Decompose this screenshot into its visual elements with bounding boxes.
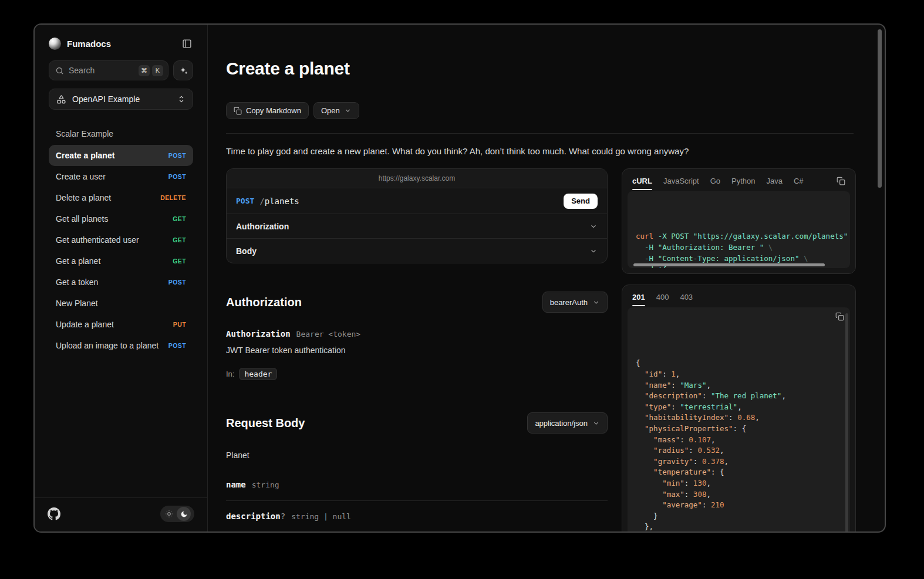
code-line: "temperature": {	[636, 467, 842, 478]
method-badge: GET	[173, 215, 186, 222]
response-code-block: { "id": 1, "name": "Mars", "description"…	[628, 307, 850, 531]
sidebar-item-label: Upload an image to a planet	[56, 341, 168, 350]
open-label: Open	[321, 106, 340, 115]
app-window: Fumadocs Search ⌘K	[33, 23, 886, 533]
method-badge: POST	[168, 342, 186, 349]
tab-400[interactable]: 400	[656, 293, 669, 302]
send-button[interactable]: Send	[564, 194, 598, 209]
field-name: description	[226, 512, 281, 521]
api-select[interactable]: OpenAPI Example	[49, 89, 193, 110]
tab-201[interactable]: 201	[632, 293, 645, 302]
panel-left-icon	[182, 39, 192, 49]
method-badge: GET	[173, 236, 186, 243]
tab-python[interactable]: Python	[731, 177, 755, 185]
kbd-: ⌘	[139, 65, 150, 76]
sidebar-item-label: Delete a planet	[56, 193, 160, 202]
fumadocs-logo	[49, 38, 61, 50]
sidebar-item-get-a-planet[interactable]: Get a planetGET	[49, 250, 193, 272]
sidebar: Fumadocs Search ⌘K	[35, 25, 208, 531]
sidebar-item-update-a-planet[interactable]: Update a planetPUT	[49, 314, 193, 335]
tab-javascript[interactable]: JavaScript	[663, 177, 699, 185]
kbd-k: K	[152, 65, 163, 76]
search-shortcut: ⌘K	[139, 65, 163, 76]
playground-body-row[interactable]: Body	[227, 238, 607, 263]
window-scrollbar[interactable]	[878, 29, 882, 188]
endpoint-description: Time to play god and create a new planet…	[226, 146, 854, 156]
search-input[interactable]: Search ⌘K	[49, 60, 168, 80]
api-select-label: OpenAPI Example	[72, 94, 171, 104]
chevron-down-icon	[589, 222, 598, 231]
copy-icon	[835, 312, 844, 321]
sidebar-item-create-a-user[interactable]: Create a userPOST	[49, 166, 193, 187]
code-line: "habitabilityIndex": 0.68,	[636, 412, 842, 424]
sidebar-item-delete-a-planet[interactable]: Delete a planetDELETE	[49, 187, 193, 208]
ai-search-button[interactable]	[173, 60, 193, 80]
authorization-section-header: Authorization bearerAuth	[226, 292, 608, 313]
tab-go[interactable]: Go	[710, 177, 720, 185]
copy-response-button[interactable]	[835, 312, 844, 321]
code-line: {	[636, 358, 842, 369]
chevron-down-icon	[344, 107, 352, 114]
sidebar-footer	[35, 497, 207, 523]
brand-title: Fumadocs	[67, 39, 175, 49]
code-line: "mass": 0.107,	[636, 435, 842, 446]
api-playground: https://galaxy.scalar.com POST /planets …	[226, 168, 608, 263]
code-line: "id": 1,	[636, 369, 842, 380]
sidebar-item-get-authenticated-user[interactable]: Get authenticated userGET	[49, 229, 193, 250]
sun-icon	[161, 510, 177, 518]
code-line: }	[636, 511, 842, 522]
sidebar-item-create-a-planet[interactable]: Create a planetPOST	[49, 145, 193, 166]
tab-java[interactable]: Java	[766, 177, 782, 185]
chevron-down-icon	[592, 419, 600, 427]
optional-marker: ?	[281, 512, 285, 521]
auth-field: Authorization Bearer <token>	[226, 329, 608, 338]
sidebar-nav-items: Create a planetPOSTCreate a userPOSTDele…	[49, 145, 193, 356]
sidebar-item-label: Get a token	[56, 277, 168, 287]
vertical-scrollbar[interactable]	[845, 313, 848, 531]
request-body-fields: namestringdescription?string | null	[226, 469, 608, 531]
copy-markdown-button[interactable]: Copy Markdown	[226, 102, 309, 119]
playground-body-label: Body	[236, 246, 257, 256]
auth-field-name: Authorization	[226, 329, 291, 338]
tab-curl[interactable]: cURL	[632, 177, 652, 185]
sidebar-item-label: Get all planets	[56, 214, 173, 224]
copy-code-button[interactable]	[837, 177, 845, 185]
content-type-select[interactable]: application/json	[527, 412, 608, 434]
field-name: namestring	[226, 469, 608, 500]
sidebar-header: Fumadocs	[49, 35, 193, 52]
authorization-heading: Authorization	[226, 296, 542, 309]
request-body-heading: Request Body	[226, 417, 527, 430]
field-name: name	[226, 480, 246, 489]
page-actions: Copy Markdown Open	[226, 102, 854, 119]
request-body-section-header: Request Body application/json	[226, 412, 608, 434]
sidebar-collapse-button[interactable]	[181, 38, 193, 50]
code-line: -H "Authorization: Bearer " \	[636, 242, 842, 253]
nav-section-label: Scalar Example	[49, 126, 193, 141]
horizontal-scrollbar[interactable]	[633, 263, 825, 266]
sidebar-item-label: Get a planet	[56, 256, 173, 266]
method-badge: GET	[173, 258, 186, 265]
chevrons-up-down-icon	[177, 95, 186, 103]
method-badge: DELETE	[160, 194, 186, 201]
sidebar-item-upload-an-image-to-a-planet[interactable]: Upload an image to a planetPOST	[49, 335, 193, 356]
github-link[interactable]	[48, 507, 60, 520]
auth-scheme-select[interactable]: bearerAuth	[542, 292, 608, 313]
sparkles-icon	[178, 66, 188, 76]
open-button[interactable]: Open	[313, 102, 359, 119]
response-panel: 201400403 { "id": 1, "name": "Mars", "de…	[622, 285, 856, 531]
tab-c[interactable]: C#	[794, 177, 804, 185]
sidebar-item-label: Create a user	[56, 172, 168, 181]
playground-authorization-row[interactable]: Authorization	[227, 214, 607, 238]
method-badge: POST	[168, 173, 186, 180]
theme-toggle[interactable]	[160, 506, 194, 522]
tab-403[interactable]: 403	[680, 293, 693, 302]
sidebar-nav: Scalar Example Create a planetPOSTCreate…	[49, 126, 193, 497]
code-line: "radius": 0.532,	[636, 445, 842, 456]
in-label: In:	[226, 370, 234, 378]
sidebar-item-get-all-planets[interactable]: Get all planetsGET	[49, 208, 193, 229]
sidebar-item-new-planet[interactable]: New Planet	[49, 293, 193, 314]
sidebar-item-get-a-token[interactable]: Get a tokenPOST	[49, 272, 193, 293]
field-description: description?string | null	[226, 500, 608, 531]
code-line: curl -X POST "https://galaxy.scalar.com/…	[636, 231, 842, 242]
sidebar-item-label: Create a planet	[56, 151, 168, 160]
